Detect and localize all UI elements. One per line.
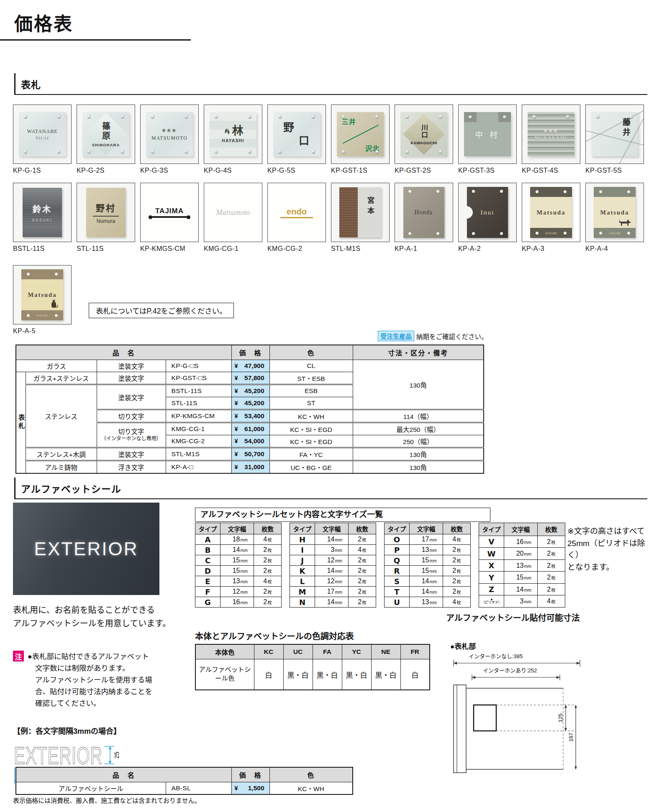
side-label: 表札: [16, 372, 26, 474]
product-card: MatsudawelcomeKP-A-5: [13, 265, 72, 335]
mounting-pin-icon: [436, 232, 439, 235]
mounting-pin-icon: [564, 190, 567, 193]
alphabet-size-row: T14mm2枚: [385, 587, 471, 597]
mounting-pin-icon: [215, 115, 218, 118]
letter-type-cell: N: [290, 597, 315, 608]
type-cell: 切り文字: [97, 410, 166, 423]
letter-width-cell: 20mm: [504, 548, 538, 560]
mounting-pin-icon: [248, 115, 251, 118]
material-cell: ステンレス: [26, 385, 97, 448]
letter-type-cell: W: [479, 548, 504, 560]
letter-type-cell: A: [195, 534, 221, 545]
model-cell: AB-SL: [166, 782, 231, 795]
letter-count-cell: 2枚: [443, 545, 471, 555]
letter-count-cell: 2枚: [254, 555, 282, 566]
color-value-cell: 黒・白: [342, 659, 371, 690]
color-value-cell: 白: [254, 659, 283, 690]
product-card: MatsudawelcomeKP-A-4: [585, 183, 644, 253]
type-cell: 浮き文字: [97, 461, 166, 474]
color-header-cell: UC: [283, 644, 313, 659]
product-code: KP-GST-1S: [331, 167, 390, 174]
letter-count-cell: 2枚: [349, 587, 376, 597]
letter-width-cell: 14mm: [315, 597, 349, 608]
product-code: KP-GST-2S: [395, 167, 453, 174]
table-header-row: 品 名 価 格 色 寸法・区分・備考: [16, 345, 484, 360]
mounting-pin-icon: [500, 232, 503, 235]
product-card: 藤井KP-GST-5S: [585, 105, 644, 174]
letter-width-cell: 3mm: [504, 595, 538, 608]
alphabet-size-row: K14mm2枚: [290, 566, 376, 576]
product-code: KP-G-4S: [204, 167, 262, 174]
product-thumbnail: 川口KAWAGUCHI: [395, 105, 453, 164]
letter-width-cell: 16mm: [221, 597, 254, 608]
alphabet-size-row: G16mm2枚: [195, 597, 282, 608]
product-thumbnail: 鈴木SUZUKI: [13, 183, 72, 242]
mounting-pin-icon: [439, 115, 442, 118]
letter-count-cell: 2枚: [349, 566, 376, 576]
letter-type-cell: H: [290, 534, 315, 545]
product-thumbnail: 中 村: [458, 105, 517, 164]
letter-type-cell: R: [385, 566, 410, 576]
type-cell: 塗装文字: [97, 360, 166, 372]
alphabet-header-cell: タイプ: [290, 523, 315, 534]
letter-width-cell: 17mm: [315, 587, 349, 597]
model-cell: KMG-CG-1: [166, 423, 231, 435]
product-card: 川口KAWAGUCHIKP-GST-2S: [395, 105, 453, 174]
mounting-pin-icon: [278, 115, 282, 118]
example-word: EXTERIOR: [14, 742, 103, 769]
product-code: KP-G-2S: [77, 167, 135, 174]
mounting-pin-icon: [533, 115, 536, 118]
dim-167-label: 167: [568, 733, 574, 742]
alphabet-size-row: P13mm2枚: [385, 545, 471, 555]
product-card: 林HAYASHIKP-G-4S: [204, 105, 262, 174]
letter-width-cell: 14mm: [504, 583, 538, 595]
nameplate-preview: 鈴木SUZUKI: [23, 188, 62, 237]
mounting-pin-icon: [503, 115, 506, 119]
order-production-line: 受注生産品 納期をご確認ください。: [378, 331, 488, 341]
price-cell: ¥53,400: [231, 410, 269, 423]
alphabet-header-cell: タイプ: [385, 523, 410, 534]
alphabet-size-tables: タイプ文字幅枚数A18mm4枚B14mm2枚C15mm2枚D15mm2枚E13m…: [195, 523, 565, 608]
nameplate-preview: endo: [269, 187, 324, 237]
nameplate-preview: Matsudawelcome: [594, 187, 636, 238]
alphabet-header-cell: 文字幅: [410, 523, 443, 534]
alphabet-size-row: S14mm2枚: [385, 576, 471, 587]
alphabet-size-row: Z14mm2枚: [479, 583, 565, 595]
letter-width-cell: 14mm: [315, 566, 349, 576]
size-cell: 114（幅）: [353, 410, 484, 423]
mounting-pin-icon: [564, 232, 567, 235]
product-code: KP-GST-5S: [585, 167, 644, 174]
product-thumbnail: ✻✻✻MATSUMOTO: [140, 105, 199, 164]
caution-text: ●表札部に貼付できるアルファベット 文字数には制限があります。 アルファベットシ…: [28, 651, 152, 709]
mounting-pin-icon: [215, 150, 218, 153]
letter-width-cell: 13mm: [410, 597, 443, 608]
product-thumbnail: TAJIMA: [140, 183, 199, 242]
alphabet-header-cell: 文字幅: [315, 523, 349, 534]
product-card: ✻✻✻MATSUMOTOKP-G-3S: [140, 105, 199, 174]
letter-count-cell: 2枚: [538, 548, 565, 560]
size-list-title: アルファベットシールセット内容と文字サイズ一覧: [195, 508, 490, 522]
letter-count-cell: 2枚: [443, 587, 471, 597]
alphabet-size-row: A18mm4枚: [195, 534, 282, 545]
reference-note: 表札についてはP.42をご参照ください。: [89, 303, 234, 318]
alphabet-header-row: タイプ文字幅枚数: [479, 523, 565, 536]
material-cell: ガラス+ステンレス: [26, 372, 97, 385]
alphabet-size-table: タイプ文字幅枚数H14mm2枚I3mm4枚J12mm2枚K14mm2枚L12mm…: [290, 523, 376, 608]
example-height-label: 25: [113, 752, 120, 759]
price-row: ステンレス+木調 塗装文字 STL-M1S ¥50,700 FA・YC 130角: [16, 448, 484, 461]
mounting-pin-icon: [596, 115, 600, 118]
product-thumbnail: 野口: [267, 105, 326, 164]
title-underline: [0, 39, 191, 41]
price-cell: ¥45,200: [231, 385, 269, 397]
product-code: KP-G-1S: [13, 167, 72, 174]
product-thumbnail: 宮本: [331, 183, 390, 242]
product-thumbnail: Matsudawelcome: [585, 183, 644, 242]
mounting-pin-icon: [375, 115, 379, 118]
letter-type-cell: B: [195, 545, 221, 555]
color-row-label: アルファベットシール色: [195, 659, 254, 690]
dog-icon: [618, 218, 633, 227]
alphabet-size-row: C15mm2枚: [195, 555, 282, 566]
mounting-pin-icon: [312, 150, 315, 153]
promo-word: EXTERIOR: [34, 539, 138, 559]
attach-dim-title: アルファベットシール貼付可能寸法: [446, 611, 580, 623]
